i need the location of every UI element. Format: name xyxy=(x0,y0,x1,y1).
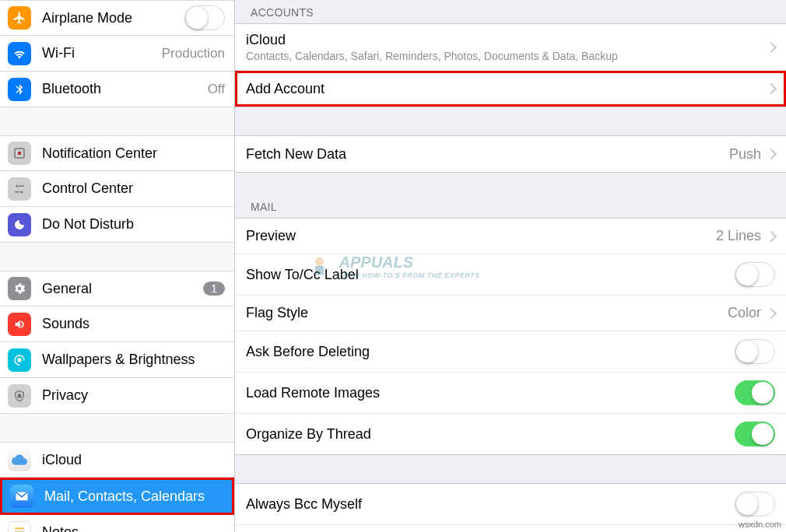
sidebar-item-airplane[interactable]: Airplane Mode xyxy=(0,0,234,36)
load-remote-toggle[interactable] xyxy=(735,380,775,405)
airplane-icon xyxy=(8,6,31,30)
dnd-label: Do Not Disturb xyxy=(42,216,225,233)
airplane-toggle[interactable] xyxy=(184,5,225,30)
bluetooth-label: Bluetooth xyxy=(42,81,208,97)
icloud-sub: Contacts, Calendars, Safari, Reminders, … xyxy=(246,50,767,62)
load-remote-label: Load Remote Images xyxy=(246,385,735,401)
sidebar-item-wallpapers[interactable]: Wallpapers & Brightness xyxy=(0,342,234,378)
wallpapers-label: Wallpapers & Brightness xyxy=(42,352,225,368)
always-bcc-toggle[interactable] xyxy=(735,492,775,516)
sidebar-item-mail[interactable]: Mail, Contacts, Calendars xyxy=(0,478,234,515)
notification-label: Notification Center xyxy=(42,145,225,162)
row-flag-style[interactable]: Flag Style Color xyxy=(235,296,786,331)
row-preview[interactable]: Preview 2 Lines xyxy=(235,219,786,254)
organize-thread-toggle[interactable] xyxy=(735,422,775,446)
ask-delete-label: Ask Before Deleting xyxy=(246,344,735,360)
icloud-label: iCloud xyxy=(42,452,225,468)
chevron-right-icon xyxy=(766,230,777,241)
general-badge: 1 xyxy=(203,282,225,296)
ask-delete-toggle[interactable] xyxy=(735,339,775,364)
sidebar-item-privacy[interactable]: Privacy xyxy=(0,378,234,414)
sidebar-item-control-center[interactable]: Control Center xyxy=(0,171,234,207)
dnd-icon xyxy=(8,213,31,236)
notes-label: Notes xyxy=(42,524,225,532)
chevron-right-icon xyxy=(766,149,777,159)
organize-thread-label: Organize By Thread xyxy=(246,426,735,443)
control-center-label: Control Center xyxy=(42,180,225,197)
sidebar-item-dnd[interactable]: Do Not Disturb xyxy=(0,207,234,243)
always-bcc-label: Always Bcc Myself xyxy=(246,496,735,513)
privacy-icon xyxy=(8,384,31,408)
flag-style-label: Flag Style xyxy=(246,305,728,321)
mail-header: MAIL xyxy=(235,194,786,218)
sounds-label: Sounds xyxy=(42,316,225,332)
sidebar-item-wifi[interactable]: Wi-Fi Production xyxy=(0,36,234,72)
chevron-right-icon xyxy=(766,83,777,94)
preview-label: Preview xyxy=(246,228,716,244)
row-always-bcc[interactable]: Always Bcc Myself xyxy=(235,484,786,525)
row-load-remote-images[interactable]: Load Remote Images xyxy=(235,373,786,414)
bluetooth-icon xyxy=(8,78,31,101)
bluetooth-value: Off xyxy=(208,82,225,97)
fetch-value: Push xyxy=(729,146,761,163)
mail-icon xyxy=(10,485,33,508)
add-account-label: Add Account xyxy=(246,81,767,97)
svg-point-2 xyxy=(16,184,19,187)
notification-icon xyxy=(8,142,31,165)
general-icon xyxy=(8,277,31,300)
svg-point-6 xyxy=(17,358,21,362)
sidebar-item-bluetooth[interactable]: Bluetooth Off xyxy=(0,72,234,107)
icloud-icon xyxy=(8,448,31,471)
general-label: General xyxy=(42,281,203,297)
sidebar-item-notification-center[interactable]: Notification Center xyxy=(0,135,234,171)
control-center-icon xyxy=(8,177,31,201)
sidebar-item-general[interactable]: General 1 xyxy=(0,271,234,306)
sidebar-item-notes[interactable]: Notes xyxy=(0,515,234,532)
detail-pane: ACCOUNTS iCloud Contacts, Calendars, Saf… xyxy=(235,0,786,532)
notes-icon xyxy=(8,521,31,533)
svg-rect-5 xyxy=(15,191,20,193)
accounts-header: ACCOUNTS xyxy=(235,0,786,23)
row-add-account[interactable]: Add Account xyxy=(235,71,786,107)
svg-rect-3 xyxy=(19,185,24,187)
svg-rect-7 xyxy=(15,527,24,529)
row-icloud-account[interactable]: iCloud Contacts, Calendars, Safari, Remi… xyxy=(235,24,786,71)
show-tocc-label: Show To/Cc Label xyxy=(246,267,735,283)
show-tocc-toggle[interactable] xyxy=(735,262,775,287)
icloud-title: iCloud xyxy=(246,32,767,48)
row-fetch-new-data[interactable]: Fetch New Data Push xyxy=(235,136,786,172)
sidebar-item-sounds[interactable]: Sounds xyxy=(0,306,234,342)
wallpapers-icon xyxy=(8,348,31,372)
fetch-label: Fetch New Data xyxy=(246,146,729,163)
row-organize-by-thread[interactable]: Organize By Thread xyxy=(235,414,786,454)
chevron-right-icon xyxy=(766,41,777,52)
mail-label: Mail, Contacts, Calendars xyxy=(44,488,223,505)
sidebar-item-icloud[interactable]: iCloud xyxy=(0,442,234,478)
row-ask-before-deleting[interactable]: Ask Before Deleting xyxy=(235,331,786,373)
chevron-right-icon xyxy=(766,307,777,318)
airplane-label: Airplane Mode xyxy=(42,10,184,26)
wifi-value: Production xyxy=(162,46,225,61)
settings-sidebar: Airplane Mode Wi-Fi Production Bluetooth… xyxy=(0,0,235,532)
privacy-label: Privacy xyxy=(42,387,225,404)
row-increase-quote-level[interactable]: Increase Quote Level On xyxy=(235,525,786,532)
svg-point-1 xyxy=(18,152,22,156)
sounds-icon xyxy=(8,313,31,336)
footer-credit: wsxdn.com xyxy=(739,520,781,529)
row-show-tocc[interactable]: Show To/Cc Label xyxy=(235,254,786,296)
wifi-label: Wi-Fi xyxy=(42,45,162,61)
flag-style-value: Color xyxy=(728,305,761,321)
svg-point-4 xyxy=(21,191,23,193)
wifi-icon xyxy=(8,42,31,65)
preview-value: 2 Lines xyxy=(716,228,761,244)
